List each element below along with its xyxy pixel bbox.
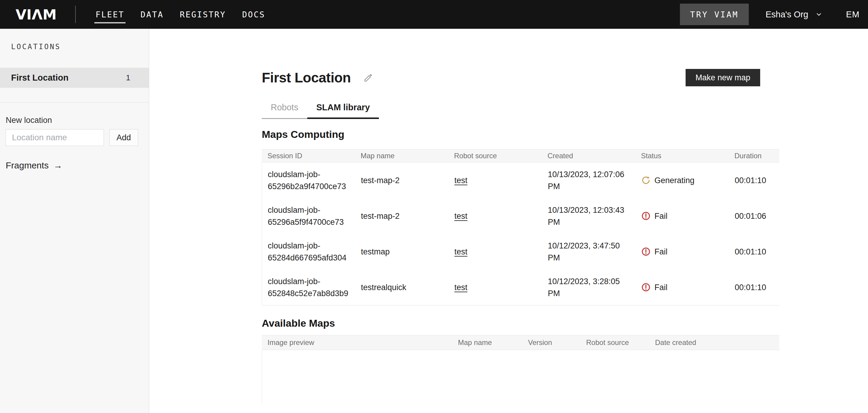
viam-logo[interactable]: VIΛM — [16, 6, 57, 23]
available-maps-heading: Available Maps — [262, 317, 779, 329]
fail-icon — [641, 283, 651, 292]
col-status: Status — [635, 152, 729, 160]
col-image-preview: Image preview — [262, 338, 452, 347]
available-maps-table: Image preview Map name Version Robot sou… — [262, 335, 779, 405]
created-timestamp: 10/13/2023, 12:07:06 PM — [542, 169, 636, 193]
viam-app: VIΛM FLEET DATA REGISTRY DOCS TRY VIAM E… — [0, 0, 868, 413]
make-new-map-button[interactable]: Make new map — [686, 69, 760, 86]
robot-source-link[interactable]: test — [454, 283, 468, 292]
session-id: cloudslam-job-65284d667695afd304 — [262, 240, 355, 264]
new-location-form: Add — [6, 129, 149, 146]
new-location-label: New location — [6, 116, 149, 125]
table-row: cloudslam-job-65284d667695afd304 testmap… — [262, 234, 779, 269]
robot-source-link[interactable]: test — [454, 212, 468, 220]
col-robot-source: Robot source — [448, 152, 542, 160]
col-version: Version — [522, 338, 581, 347]
maps-computing-table-header: Session ID Map name Robot source Created… — [262, 149, 779, 163]
col-date-created: Date created — [649, 338, 779, 347]
nav-right: TRY VIAM Esha's Org EM — [680, 4, 868, 25]
status-label: Fail — [654, 282, 668, 293]
location-tabs: Robots SLAM library — [262, 102, 779, 119]
duration: 00:01:10 — [729, 282, 779, 293]
page-title: First Location — [262, 69, 351, 86]
maps-computing-table: Session ID Map name Robot source Created… — [262, 149, 779, 305]
session-id: cloudslam-job-65296a5f9f4700ce73 — [262, 204, 355, 228]
map-name: testrealquick — [355, 282, 449, 293]
nav-link-registry[interactable]: REGISTRY — [180, 0, 226, 29]
robot-source-link[interactable]: test — [454, 247, 468, 256]
top-nav: VIΛM FLEET DATA REGISTRY DOCS TRY VIAM E… — [0, 0, 868, 29]
available-maps-table-header: Image preview Map name Version Robot sou… — [262, 335, 779, 350]
location-name: First Location — [11, 73, 69, 83]
duration: 00:01:10 — [729, 246, 779, 258]
locations-section-label: LOCATIONS — [11, 42, 149, 51]
duration: 00:01:06 — [729, 210, 779, 222]
user-avatar-initials[interactable]: EM — [846, 9, 860, 20]
location-name-input[interactable] — [6, 129, 104, 146]
duration: 00:01:10 — [729, 174, 779, 186]
col-duration: Duration — [729, 152, 779, 160]
add-location-button[interactable]: Add — [109, 129, 138, 146]
table-row: cloudslam-job-652848c52e7ab8d3b9 testrea… — [262, 269, 779, 305]
nav-divider — [75, 6, 76, 23]
table-row: cloudslam-job-65296a5f9f4700ce73 test-ma… — [262, 198, 779, 234]
created-timestamp: 10/12/2023, 3:28:05 PM — [542, 275, 636, 299]
edit-pencil-icon[interactable] — [363, 72, 373, 83]
available-maps-empty-body — [262, 350, 779, 405]
locations-sidebar: LOCATIONS First Location 1 New location … — [0, 29, 149, 413]
created-timestamp: 10/13/2023, 12:03:43 PM — [542, 204, 636, 228]
nav-links: FLEET DATA REGISTRY DOCS — [96, 0, 265, 29]
try-viam-button[interactable]: TRY VIAM — [680, 4, 749, 25]
fragments-link[interactable]: Fragments → — [6, 160, 62, 171]
status-label: Fail — [654, 210, 668, 222]
status-cell: Fail — [636, 246, 729, 258]
session-id: cloudslam-job-65296b2a9f4700ce73 — [262, 169, 355, 193]
sidebar-divider — [0, 102, 149, 102]
map-name: testmap — [355, 246, 449, 258]
fail-icon — [641, 247, 651, 256]
table-row: cloudslam-job-65296b2a9f4700ce73 test-ma… — [262, 163, 779, 198]
status-label: Fail — [654, 246, 668, 258]
map-name: test-map-2 — [355, 210, 449, 222]
sidebar-item-first-location[interactable]: First Location 1 — [0, 68, 149, 88]
col-map-name: Map name — [355, 152, 448, 160]
status-cell: Fail — [636, 282, 729, 293]
col-session-id: Session ID — [262, 152, 355, 160]
location-robot-count: 1 — [126, 73, 130, 82]
map-name: test-map-2 — [355, 174, 449, 186]
robot-source-link[interactable]: test — [454, 176, 468, 185]
status-cell: Fail — [636, 210, 729, 222]
org-switcher[interactable]: Esha's Org — [766, 9, 823, 20]
nav-link-fleet[interactable]: FLEET — [96, 0, 124, 29]
status-label: Generating — [654, 174, 694, 186]
col-created: Created — [542, 152, 635, 160]
tab-robots[interactable]: Robots — [262, 102, 307, 119]
col-map-name: Map name — [452, 338, 522, 347]
created-timestamp: 10/12/2023, 3:47:50 PM — [542, 240, 636, 264]
location-header: First Location Make new map — [262, 29, 779, 86]
org-name: Esha's Org — [766, 9, 808, 20]
arrow-right-icon: → — [53, 160, 62, 171]
nav-link-data[interactable]: DATA — [141, 0, 163, 29]
nav-link-docs[interactable]: DOCS — [242, 0, 265, 29]
status-cell: Generating — [636, 174, 729, 186]
col-robot-source: Robot source — [581, 338, 649, 347]
generating-icon — [641, 176, 651, 185]
fail-icon — [641, 211, 651, 220]
fragments-label: Fragments — [6, 160, 49, 171]
session-id: cloudslam-job-652848c52e7ab8d3b9 — [262, 275, 355, 299]
tab-slam-library[interactable]: SLAM library — [307, 102, 379, 119]
chevron-down-icon — [815, 10, 823, 18]
maps-computing-heading: Maps Computing — [262, 128, 779, 140]
main-content: First Location Make new map Robots SLAM … — [150, 29, 868, 413]
